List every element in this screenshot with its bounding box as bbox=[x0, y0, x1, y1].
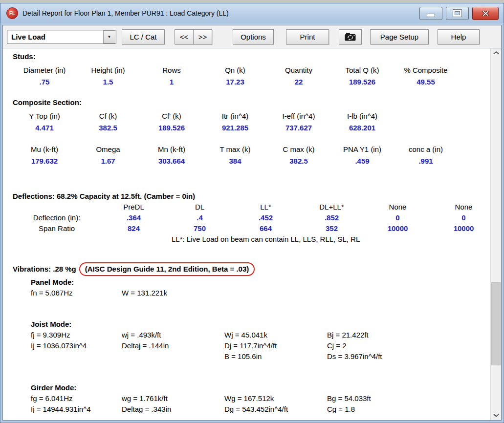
col-header: Mu (k-ft) bbox=[13, 144, 76, 155]
joist-mode-block: Joist Mode: fj = 9.309Hz wj = .493k/ft W… bbox=[31, 319, 490, 362]
snapshot-button[interactable] bbox=[339, 29, 362, 44]
cell-value: Wj = 45.041k bbox=[224, 330, 327, 340]
cell-value: Cg = 1.8 bbox=[327, 404, 474, 415]
composite-section-title: Composite Section: bbox=[13, 97, 490, 108]
col-header: DL+LL* bbox=[299, 202, 365, 212]
chevron-down-icon[interactable]: ▼ bbox=[103, 30, 115, 43]
col-header: None bbox=[431, 202, 490, 212]
cell-value: 737.627 bbox=[267, 123, 330, 133]
col-header: Cf (k) bbox=[76, 111, 140, 122]
help-button[interactable]: Help bbox=[438, 29, 480, 44]
cell-value: 1 bbox=[140, 77, 203, 87]
col-header: PreDL bbox=[101, 202, 167, 212]
composite-header-row-1: Y Top (in) Cf (k) Cf' (k) Itr (in^4) I-e… bbox=[13, 111, 490, 122]
next-button[interactable]: >> bbox=[193, 29, 212, 44]
report-body: Studs: Diameter (in) Height (in) Rows Qn… bbox=[3, 48, 490, 420]
close-button[interactable] bbox=[472, 7, 499, 20]
col-header bbox=[394, 111, 458, 122]
cell-value: Bg = 54.033ft bbox=[327, 393, 474, 404]
page-setup-button[interactable]: Page Setup bbox=[370, 29, 429, 44]
screen: FL Detail Report for Floor Plan 1, Membe… bbox=[0, 0, 504, 423]
panel-mode-label: Panel Mode: bbox=[31, 277, 490, 288]
deflections-section-title: Deflections: 68.2% Capacity at 12.5ft. (… bbox=[13, 191, 490, 202]
panel-mode-block: Panel Mode: fn = 5.067Hz W = 131.221k bbox=[31, 277, 490, 298]
girder-mode-block: Girder Mode: fg = 6.041Hz wg = 1.761k/ft… bbox=[31, 382, 490, 415]
cell-value: .452 bbox=[233, 212, 299, 223]
lc-cat-button[interactable]: LC / Cat bbox=[122, 29, 165, 44]
vibrations-title-row: Vibrations: .28 %g (AISC Design Guide 11… bbox=[13, 262, 490, 276]
cell-value: .459 bbox=[330, 156, 394, 167]
composite-header-row-2: Mu (k-ft) Omega Mn (k-ft) T max (k) C ma… bbox=[13, 144, 490, 155]
joist-mode-row: Ij = 1036.073in^4 Deltaj = .144in Dj = 1… bbox=[31, 340, 490, 351]
toolbar: Live Load ▼ LC / Cat << >> Options Print bbox=[3, 25, 501, 48]
cell-value: 382.5 bbox=[76, 123, 140, 133]
previous-button[interactable]: << bbox=[175, 29, 194, 44]
cell-value: 628.201 bbox=[330, 123, 394, 133]
camera-icon bbox=[345, 33, 356, 41]
chevron-down-icon bbox=[493, 414, 499, 417]
titlebar[interactable]: FL Detail Report for Floor Plan 1, Membe… bbox=[0, 3, 504, 23]
load-category-value: Live Load bbox=[7, 33, 103, 41]
col-header: Qn (k) bbox=[203, 65, 267, 76]
print-button[interactable]: Print bbox=[286, 29, 329, 44]
live-load-note: LL*: Live Load on beam can contain LL, L… bbox=[172, 234, 490, 245]
scrollbar-thumb[interactable] bbox=[491, 282, 501, 365]
col-header: I-eff (in^4) bbox=[267, 111, 330, 122]
client-area: Live Load ▼ LC / Cat << >> Options Print bbox=[2, 25, 502, 421]
cell-value: 824 bbox=[101, 223, 167, 234]
cell-value: Bj = 21.422ft bbox=[327, 330, 474, 340]
col-header: I-lb (in^4) bbox=[330, 111, 394, 122]
cell-value: fg = 6.041Hz bbox=[31, 393, 122, 404]
col-header: LL* bbox=[233, 202, 299, 212]
girder-mode-row: Ij = 14944.931in^4 Deltag = .343in Dg = … bbox=[31, 404, 490, 415]
cell-value: 189.526 bbox=[140, 123, 203, 133]
window-controls bbox=[419, 7, 499, 20]
report-content: Studs: Diameter (in) Height (in) Rows Qn… bbox=[3, 48, 501, 420]
span-ratio-row: Span Ratio 824 750 664 352 10000 10000 bbox=[13, 223, 490, 234]
cell-value: Dg = 543.452in^4/ft bbox=[224, 404, 327, 415]
options-button[interactable]: Options bbox=[233, 29, 274, 44]
load-category-select[interactable]: Live Load ▼ bbox=[7, 30, 116, 44]
cell-value: 1.67 bbox=[76, 156, 140, 167]
row-label: Deflection (in): bbox=[13, 212, 101, 223]
cell-value: 22 bbox=[267, 77, 330, 87]
cell-value bbox=[31, 351, 122, 362]
cell-value: 49.55 bbox=[394, 77, 458, 87]
cell-value: fn = 5.067Hz bbox=[31, 288, 122, 298]
scroll-down-button[interactable] bbox=[491, 411, 501, 420]
cell-value: 179.632 bbox=[13, 156, 76, 167]
vibrations-design-guide-highlight: (AISC Design Guide 11, 2nd Edition, Beta… bbox=[79, 262, 255, 276]
cell-value: Deltag = .343in bbox=[122, 404, 224, 415]
minimize-icon bbox=[427, 14, 435, 17]
window-title: Detail Report for Floor Plan 1, Member P… bbox=[22, 9, 416, 17]
scroll-up-button[interactable] bbox=[491, 48, 501, 58]
col-header: % Composite bbox=[394, 65, 458, 76]
cell-value: Ij = 1036.073in^4 bbox=[31, 340, 122, 351]
maximize-button[interactable] bbox=[446, 7, 469, 20]
minimize-button[interactable] bbox=[419, 7, 442, 20]
cell-value: 921.285 bbox=[203, 123, 267, 133]
row-label bbox=[13, 202, 101, 212]
cell-value: Wg = 167.512k bbox=[224, 393, 327, 404]
cell-value: Cj = 2 bbox=[327, 340, 474, 351]
cell-value: 382.5 bbox=[267, 156, 330, 167]
vertical-scrollbar[interactable] bbox=[490, 48, 501, 420]
cell-value: fj = 9.309Hz bbox=[31, 330, 122, 340]
joist-mode-row: B = 105.6in Ds = 3.967in^4/ft bbox=[31, 351, 490, 362]
cell-value: B = 105.6in bbox=[224, 351, 327, 362]
girder-mode-label: Girder Mode: bbox=[31, 382, 490, 393]
studs-header-row: Diameter (in) Height (in) Rows Qn (k) Qu… bbox=[13, 65, 490, 76]
cell-value: W = 131.221k bbox=[122, 288, 224, 298]
col-header: Cf' (k) bbox=[140, 111, 203, 122]
cell-value: Dj = 117.7in^4/ft bbox=[224, 340, 327, 351]
col-header: Mn (k-ft) bbox=[140, 144, 203, 155]
cell-value bbox=[327, 288, 474, 298]
cell-value bbox=[122, 351, 224, 362]
cell-value: 750 bbox=[167, 223, 233, 234]
cell-value: 4.471 bbox=[13, 123, 76, 133]
girder-mode-row: fg = 6.041Hz wg = 1.761k/ft Wg = 167.512… bbox=[31, 393, 490, 404]
col-header: Omega bbox=[76, 144, 140, 155]
col-header: Height (in) bbox=[76, 65, 140, 76]
cell-value: .75 bbox=[13, 77, 76, 87]
joist-mode-label: Joist Mode: bbox=[31, 319, 490, 330]
